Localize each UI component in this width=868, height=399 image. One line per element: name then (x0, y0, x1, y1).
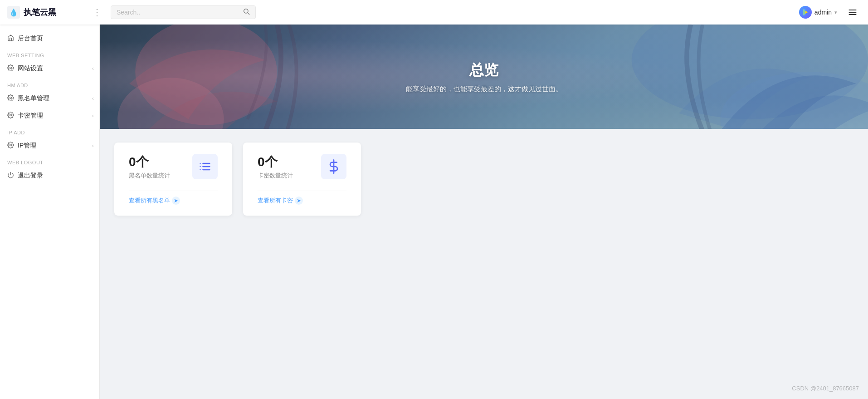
admin-menu-button[interactable]: admin ▾ (799, 6, 837, 19)
banner-title: 总览 (406, 60, 562, 80)
svg-point-10 (10, 144, 12, 146)
admin-avatar (799, 6, 812, 19)
circle-arrow-icon: ➤ (172, 197, 180, 205)
svg-line-1 (248, 13, 249, 15)
stat-number: 0个 黑名单数量统计 (129, 153, 170, 180)
ip-settings-icon (7, 142, 14, 150)
stat-card-blacklist: 0个 黑名单数量统计 (114, 143, 232, 216)
sidebar-item-label: 黑名单管理 (18, 94, 49, 103)
power-icon (7, 172, 14, 180)
sidebar-section-hm-add: HM ADD (0, 77, 99, 90)
header-right: admin ▾ (799, 4, 861, 20)
sidebar-section-ip-add: IP ADD (0, 124, 99, 137)
view-blacklist-link[interactable]: 查看所有黑名单 ➤ (129, 197, 218, 205)
logo-text: 执笔云黑 (24, 7, 56, 18)
stat-card-cardcode: 0个 卡密数量统计 查看所有卡密 ➤ (243, 143, 361, 216)
svg-marker-3 (803, 9, 805, 15)
blacklist-settings-icon (7, 94, 14, 103)
hamburger-menu-button[interactable] (844, 4, 861, 20)
sidebar-item-blacklist[interactable]: 黑名单管理 ‹ (0, 90, 99, 107)
stat-divider (258, 191, 346, 191)
card-settings-icon (7, 112, 14, 120)
sidebar-item-website-settings[interactable]: 网站设置 ‹ (0, 60, 99, 77)
settings-icon (7, 64, 14, 73)
search-bar (111, 5, 256, 19)
svg-point-7 (10, 67, 12, 69)
sidebar-section-web-logout: WEB LOGOUT (0, 154, 99, 167)
sidebar-item-label: 卡密管理 (18, 112, 43, 120)
main-content: 总览 能享受最好的，也能享受最差的，这才做见过世面。 0个 黑名单数量统计 (100, 25, 868, 399)
svg-point-9 (10, 114, 12, 116)
stat-divider (129, 191, 218, 191)
layout: 后台首页 WEB SETTING 网站设置 ‹ HM ADD 黑名单管理 ‹ (0, 25, 868, 399)
admin-label: admin (814, 9, 832, 16)
stat-number: 0个 卡密数量统计 (258, 153, 293, 180)
stat-card-top: 0个 黑名单数量统计 (129, 153, 218, 180)
chevron-icon: ‹ (92, 143, 94, 149)
sidebar-item-ip-management[interactable]: IP管理 ‹ (0, 137, 99, 154)
search-icon[interactable] (243, 8, 250, 17)
banner: 总览 能享受最好的，也能享受最差的，这才做见过世面。 (100, 25, 868, 129)
stats-section: 0个 黑名单数量统计 (100, 129, 868, 229)
sidebar-item-logout[interactable]: 退出登录 (0, 167, 99, 184)
chevron-icon: ‹ (92, 113, 94, 119)
banner-subtitle: 能享受最好的，也能享受最差的，这才做见过世面。 (406, 85, 562, 94)
sidebar-item-label: 后台首页 (18, 34, 43, 43)
sidebar: 后台首页 WEB SETTING 网站设置 ‹ HM ADD 黑名单管理 ‹ (0, 25, 100, 399)
dots-menu-icon[interactable]: ⋮ (89, 5, 105, 20)
header-center: ⋮ (89, 5, 799, 20)
sidebar-section-web-setting: WEB SETTING (0, 47, 99, 60)
sidebar-item-label: 退出登录 (18, 172, 43, 180)
logo-icon: 💧 (7, 6, 20, 19)
chevron-icon: ‹ (92, 95, 94, 102)
chevron-icon: ‹ (92, 65, 94, 72)
svg-point-8 (10, 97, 12, 99)
search-input[interactable] (117, 9, 239, 16)
sidebar-item-label: IP管理 (18, 142, 36, 150)
view-cardcode-link[interactable]: 查看所有卡密 ➤ (258, 197, 346, 205)
stat-card-top: 0个 卡密数量统计 (258, 153, 346, 180)
header: 💧 执笔云黑 ⋮ admin ▾ (0, 0, 868, 25)
stat-yen-icon (321, 154, 346, 179)
stat-list-icon (192, 154, 218, 179)
sidebar-item-label: 网站设置 (18, 64, 43, 73)
logo: 💧 执笔云黑 (7, 6, 89, 19)
admin-chevron-icon: ▾ (834, 10, 837, 15)
home-icon (7, 34, 14, 43)
circle-arrow-icon: ➤ (295, 197, 303, 205)
sidebar-item-card-management[interactable]: 卡密管理 ‹ (0, 107, 99, 124)
sidebar-item-dashboard[interactable]: 后台首页 (0, 30, 99, 47)
banner-text: 总览 能享受最好的，也能享受最差的，这才做见过世面。 (406, 60, 562, 94)
